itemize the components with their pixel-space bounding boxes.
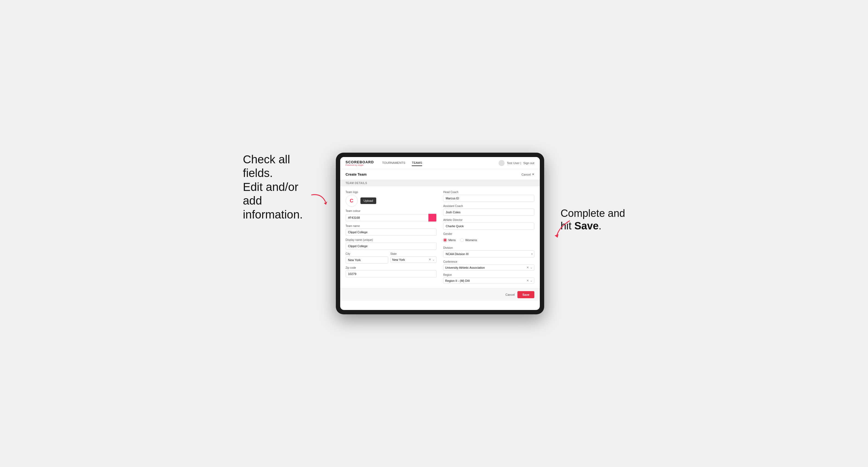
- state-label: State: [391, 252, 437, 255]
- color-input-group: [346, 214, 437, 222]
- annotation-right-line1: Complete and: [561, 208, 625, 219]
- assistant-coach-group: Assistant Coach: [443, 205, 534, 216]
- annotation-left-line3: information.: [243, 208, 303, 221]
- head-coach-group: Head Coach: [443, 191, 534, 202]
- tablet-inner: SCOREBOARD Powered by clippd TOURNAMENTS…: [340, 157, 540, 310]
- state-clear-icon[interactable]: ✕: [429, 258, 431, 261]
- annotation-right: Complete and hit Save.: [561, 153, 625, 257]
- logo-upload-area: C Upload: [346, 195, 437, 207]
- conference-clear-icon[interactable]: ✕: [526, 266, 529, 269]
- svg-marker-1: [555, 234, 558, 238]
- annotation-right-bold: Save: [575, 220, 599, 231]
- footer-cancel-button[interactable]: Cancel: [505, 293, 515, 296]
- nav-bar: SCOREBOARD Powered by clippd TOURNAMENTS…: [340, 157, 540, 169]
- head-coach-input[interactable]: [443, 195, 534, 202]
- division-group: Division NCAA Division III ▾: [443, 246, 534, 257]
- region-group: Region Region II - (M) DIII ✕ ⌄: [443, 273, 534, 284]
- zip-label: Zip code: [346, 266, 437, 269]
- conference-value: University Athletic Association: [445, 266, 526, 269]
- gender-group: Gender Mens Womens: [443, 232, 534, 244]
- gender-womens-option[interactable]: Womens: [460, 238, 477, 242]
- region-select[interactable]: Region II - (M) DIII ✕ ⌄: [443, 277, 534, 284]
- nav-link-teams[interactable]: TEAMS: [412, 160, 422, 166]
- display-name-input[interactable]: [346, 243, 437, 250]
- conference-select[interactable]: University Athletic Association ✕ ⌄: [443, 264, 534, 271]
- nav-links: TOURNAMENTS TEAMS: [382, 160, 499, 166]
- nav-link-tournaments[interactable]: TOURNAMENTS: [382, 160, 405, 166]
- create-team-header: Create Team Cancel ✕: [340, 169, 540, 180]
- annotation-right-period: .: [598, 220, 601, 231]
- team-name-label: Team name: [346, 224, 437, 227]
- annotation-arrow-right: [552, 218, 574, 240]
- region-value: Region II - (M) DIII: [445, 279, 526, 282]
- athletic-director-input[interactable]: [443, 223, 534, 230]
- nav-right: Test User | Sign out: [499, 160, 534, 166]
- team-logo-group: Team logo C Upload: [346, 191, 437, 207]
- form-footer: Cancel Save: [340, 288, 540, 301]
- division-select-wrapper: NCAA Division III ▾: [443, 250, 534, 257]
- save-button[interactable]: Save: [518, 291, 534, 298]
- gender-womens-radio[interactable]: [460, 238, 464, 242]
- division-label: Division: [443, 246, 534, 249]
- gender-radio-group: Mens Womens: [443, 237, 534, 244]
- gender-womens-label: Womens: [465, 239, 477, 242]
- zip-input[interactable]: [346, 270, 437, 277]
- head-coach-label: Head Coach: [443, 191, 534, 194]
- city-label: City: [346, 252, 388, 255]
- nav-sign-out[interactable]: Sign out: [523, 161, 534, 165]
- state-controls: ✕ ⌄: [429, 258, 435, 261]
- annotation-left-line2: Edit and/or add: [243, 181, 299, 207]
- team-colour-label: Team colour: [346, 210, 437, 213]
- tablet-frame: SCOREBOARD Powered by clippd TOURNAMENTS…: [336, 153, 544, 314]
- zip-code-group: Zip code: [346, 266, 437, 277]
- display-name-label: Display name (unique): [346, 239, 437, 242]
- section-label: TEAM DETAILS: [346, 182, 367, 185]
- nav-user-text: Test User |: [507, 161, 521, 165]
- cancel-close-button[interactable]: Cancel ✕: [522, 173, 534, 176]
- gender-mens-label: Mens: [448, 239, 456, 242]
- city-state-group: City State New York ✕ ⌄: [346, 252, 437, 263]
- close-icon: ✕: [532, 173, 534, 176]
- city-state-row: City State New York ✕ ⌄: [346, 252, 437, 263]
- page-title: Create Team: [346, 172, 367, 177]
- state-value: New York: [392, 258, 429, 261]
- annotation-left: Check all fields. Edit and/or add inform…: [243, 153, 319, 227]
- athletic-director-label: Athletic Director: [443, 218, 534, 221]
- nav-logo-title: SCOREBOARD: [346, 160, 374, 164]
- nav-logo: SCOREBOARD Powered by clippd: [346, 160, 374, 166]
- athletic-director-group: Athletic Director: [443, 218, 534, 230]
- region-controls: ✕ ⌄: [526, 279, 532, 282]
- region-clear-icon[interactable]: ✕: [526, 279, 529, 282]
- logo-letter: C: [350, 198, 353, 204]
- color-swatch[interactable]: [428, 214, 437, 222]
- team-name-input[interactable]: [346, 228, 437, 236]
- team-name-group: Team name: [346, 224, 437, 236]
- conference-label: Conference: [443, 260, 534, 263]
- annotation-arrow-left: [309, 191, 330, 207]
- city-field: City: [346, 252, 388, 263]
- upload-button[interactable]: Upload: [361, 197, 376, 204]
- conference-controls: ✕ ⌄: [526, 266, 532, 269]
- nav-avatar: [499, 160, 504, 166]
- division-select[interactable]: NCAA Division III: [443, 250, 534, 257]
- state-select[interactable]: New York ✕ ⌄: [391, 256, 437, 263]
- team-colour-input[interactable]: [346, 214, 429, 221]
- annotation-left-line1: Check all fields.: [243, 153, 290, 180]
- region-chevron-icon: ⌄: [530, 279, 532, 282]
- team-colour-group: Team colour: [346, 210, 437, 222]
- assistant-coach-label: Assistant Coach: [443, 205, 534, 208]
- conference-chevron-icon: ⌄: [530, 266, 532, 269]
- left-column: Team logo C Upload Team colour: [346, 191, 437, 284]
- conference-group: Conference University Athletic Associati…: [443, 260, 534, 271]
- city-input[interactable]: [346, 256, 388, 263]
- gender-mens-radio[interactable]: [443, 238, 447, 242]
- state-chevron-icon: ⌄: [432, 258, 435, 261]
- gender-label: Gender: [443, 232, 534, 236]
- team-details-section-header: TEAM DETAILS: [340, 180, 540, 186]
- assistant-coach-input[interactable]: [443, 209, 534, 216]
- form-body: Team logo C Upload Team colour: [340, 186, 540, 288]
- gender-mens-option[interactable]: Mens: [443, 238, 456, 242]
- team-logo-label: Team logo: [346, 191, 437, 194]
- display-name-group: Display name (unique): [346, 239, 437, 250]
- right-column: Head Coach Assistant Coach Athletic Dire…: [443, 191, 534, 284]
